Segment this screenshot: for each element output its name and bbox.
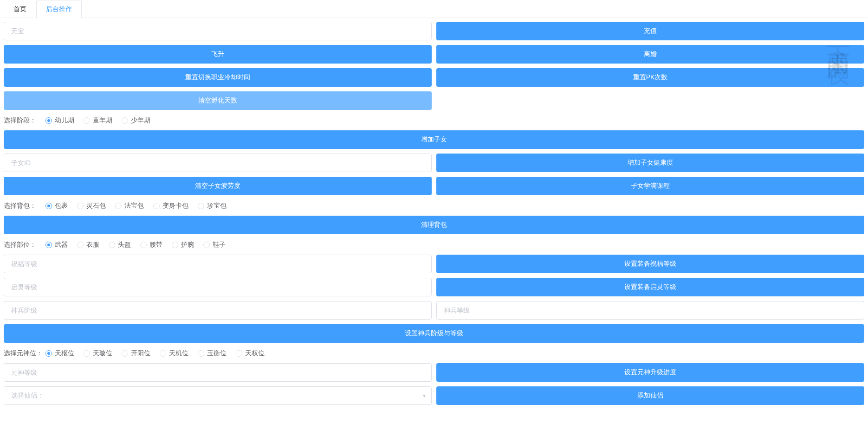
child-id-input[interactable] <box>4 154 432 172</box>
set-spirit-button[interactable]: 设置元神升级进度 <box>436 363 864 382</box>
radio-icon <box>77 242 84 248</box>
tab-bar: 首页 后台操作 <box>0 0 868 18</box>
radio-icon <box>45 117 52 124</box>
radio-icon <box>172 242 178 248</box>
part-radio-4[interactable]: 护腕 <box>172 241 194 249</box>
partner-select[interactable]: 选择仙侣： ▾ <box>4 386 432 405</box>
chevron-down-icon: ▾ <box>423 392 426 399</box>
radio-icon <box>77 203 84 209</box>
add-child-health-button[interactable]: 增加子女健康度 <box>436 154 864 172</box>
reset-pk-button[interactable]: 重置PK次数 <box>436 68 864 87</box>
spirit-radio-row: 选择元神位： 天枢位 天璇位 开阳位 天机位 玉衡位 天权位 <box>4 347 864 359</box>
spirit-radio-2[interactable]: 开阳位 <box>122 349 150 358</box>
bag-label: 选择背包： <box>4 202 45 210</box>
recharge-button[interactable]: 充值 <box>436 22 864 40</box>
spirit-radio-4[interactable]: 玉衡位 <box>198 349 227 358</box>
set-weapon-button[interactable]: 设置神兵阶级与等级 <box>4 324 864 343</box>
part-radio-2[interactable]: 头盔 <box>109 241 131 249</box>
weapon-level-input[interactable] <box>436 301 864 320</box>
stage-radio-2[interactable]: 少年期 <box>122 116 150 125</box>
content-area: 充值 飞升 离婚 重置切换职业冷却时间 重置PK次数 清空孵化天数 选择阶段： … <box>0 18 868 413</box>
bless-level-input[interactable] <box>4 255 432 273</box>
radio-icon <box>153 203 160 209</box>
radio-icon <box>84 117 90 124</box>
radio-icon <box>236 350 242 357</box>
radio-icon <box>198 350 204 357</box>
radio-icon <box>84 350 90 357</box>
radio-icon <box>115 203 122 209</box>
reset-job-cd-button[interactable]: 重置切换职业冷却时间 <box>4 68 432 87</box>
spirit-radio-5[interactable]: 天权位 <box>236 349 265 358</box>
clear-hatch-button[interactable]: 清空孵化天数 <box>4 91 432 110</box>
radio-icon <box>45 350 52 357</box>
spirit-radio-3[interactable]: 天机位 <box>160 349 188 358</box>
radio-icon <box>45 203 52 209</box>
part-label: 选择部位： <box>4 241 45 249</box>
radio-icon <box>160 350 166 357</box>
bag-radio-3[interactable]: 变身卡包 <box>153 202 188 210</box>
set-enlighten-button[interactable]: 设置装备启灵等级 <box>436 278 864 296</box>
divorce-button[interactable]: 离婚 <box>436 45 864 64</box>
part-radio-3[interactable]: 腰带 <box>140 241 162 249</box>
clear-child-fatigue-button[interactable]: 清空子女疲劳度 <box>4 177 432 195</box>
radio-icon <box>198 203 204 209</box>
radio-icon <box>109 242 115 248</box>
add-partner-button[interactable]: 添加仙侣 <box>436 386 864 405</box>
spirit-level-input[interactable] <box>4 363 432 382</box>
stage-radio-0[interactable]: 幼儿期 <box>45 116 74 125</box>
radio-icon <box>203 242 210 248</box>
partner-select-placeholder: 选择仙侣： <box>11 391 44 400</box>
spirit-radio-0[interactable]: 天枢位 <box>45 349 74 358</box>
add-child-button[interactable]: 增加子女 <box>4 130 864 149</box>
weapon-stage-input[interactable] <box>4 301 432 320</box>
part-radio-5[interactable]: 鞋子 <box>203 241 226 249</box>
tab-backend[interactable]: 后台操作 <box>36 0 82 18</box>
clear-bag-button[interactable]: 清理背包 <box>4 216 864 234</box>
spirit-label: 选择元神位： <box>4 349 45 358</box>
part-radio-0[interactable]: 武器 <box>45 241 68 249</box>
radio-icon <box>140 242 147 248</box>
part-radio-1[interactable]: 衣服 <box>77 241 99 249</box>
radio-icon <box>45 242 52 248</box>
radio-icon <box>122 117 128 124</box>
stage-radio-row: 选择阶段： 幼儿期 童年期 少年期 <box>4 115 864 127</box>
spirit-radio-1[interactable]: 天璇位 <box>84 349 112 358</box>
radio-icon <box>122 350 128 357</box>
bag-radio-2[interactable]: 法宝包 <box>115 202 144 210</box>
tab-home[interactable]: 首页 <box>4 0 36 18</box>
ascend-button[interactable]: 飞升 <box>4 45 432 64</box>
child-full-course-button[interactable]: 子女学满课程 <box>436 177 864 195</box>
bag-radio-4[interactable]: 珍宝包 <box>198 202 227 210</box>
stage-label: 选择阶段： <box>4 116 45 125</box>
bag-radio-row: 选择背包： 包裹 灵石包 法宝包 变身卡包 珍宝包 <box>4 200 864 212</box>
stage-radio-1[interactable]: 童年期 <box>84 116 112 125</box>
bag-radio-0[interactable]: 包裹 <box>45 202 68 210</box>
yuanbao-input[interactable] <box>4 22 432 40</box>
part-radio-row: 选择部位： 武器 衣服 头盔 腰带 护腕 鞋子 <box>4 239 864 251</box>
bag-radio-1[interactable]: 灵石包 <box>77 202 106 210</box>
set-bless-button[interactable]: 设置装备祝福等级 <box>436 255 864 273</box>
enlighten-level-input[interactable] <box>4 278 432 296</box>
